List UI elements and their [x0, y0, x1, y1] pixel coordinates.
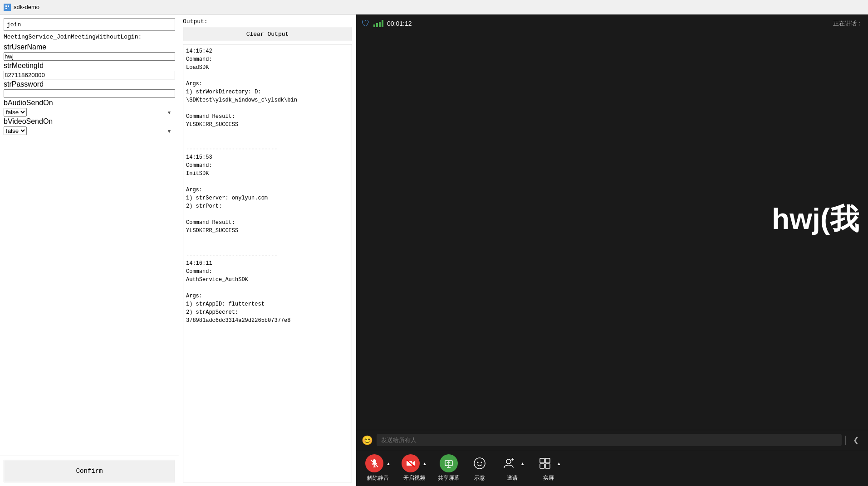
- form-bottom: Confirm: [0, 456, 179, 486]
- invite-expand-icon[interactable]: ▲: [520, 461, 525, 466]
- confirm-button[interactable]: Confirm: [4, 460, 175, 482]
- video-icon: [406, 459, 415, 468]
- more-icon-wrap: [536, 454, 554, 472]
- toolbar-top-row-invite: ▲: [500, 454, 525, 472]
- main-layout: MeetingService_JoinMeetingWithoutLogin: …: [0, 15, 868, 486]
- unmute-icon-bg: [365, 454, 383, 472]
- app-title: sdk-demo: [14, 4, 39, 10]
- invite-icon: [502, 457, 515, 470]
- output-text[interactable]: 14:15:42 Command: LoadSDK Args: 1) strWo…: [183, 44, 352, 482]
- svg-point-17: [506, 459, 511, 464]
- toolbar-item-reaction[interactable]: 示意: [471, 454, 489, 482]
- toolbar-item-invite[interactable]: ▲ 邀请: [500, 454, 525, 482]
- form-fields: MeetingService_JoinMeetingWithoutLogin: …: [0, 15, 179, 456]
- more-icon: [539, 457, 551, 470]
- clear-output-button[interactable]: Clear Output: [183, 27, 352, 41]
- video-label: 开启视频: [403, 474, 425, 482]
- title-bar: sdk-demo: [0, 0, 868, 15]
- invite-label: 邀请: [507, 474, 518, 482]
- meeting-content: hwj(我: [356, 33, 868, 430]
- toolbar-top-row-video: ▲: [402, 454, 427, 472]
- mute-icon: [370, 459, 379, 468]
- left-panel: MeetingService_JoinMeetingWithoutLogin: …: [0, 15, 356, 486]
- toolbar-item-unmute[interactable]: ▲ 解除静音: [365, 454, 391, 482]
- toolbar-top-row-unmute: ▲: [365, 454, 391, 472]
- input-username[interactable]: [4, 52, 175, 61]
- svg-rect-21: [545, 458, 550, 463]
- svg-point-16: [481, 462, 482, 463]
- output-column: Output: Clear Output 14:15:42 Command: L…: [179, 15, 356, 486]
- toolbar-item-more[interactable]: ▲ 实屏: [536, 454, 561, 482]
- reaction-label: 示意: [474, 474, 485, 482]
- svg-rect-3: [5, 8, 7, 9]
- input-meetingid[interactable]: [4, 71, 175, 79]
- video-icon-bg: [402, 454, 420, 472]
- select-wrapper-video: false true ▼: [4, 126, 175, 135]
- input-divider: [845, 436, 846, 445]
- reaction-icon: [473, 457, 486, 470]
- svg-rect-1: [5, 5, 7, 7]
- form-column: MeetingService_JoinMeetingWithoutLogin: …: [0, 15, 179, 486]
- reaction-icon-wrap: [471, 454, 489, 472]
- unmute-expand-icon[interactable]: ▲: [386, 461, 391, 466]
- meeting-top-left: 🛡 00:01:12: [362, 19, 412, 29]
- participant-name: hwj(我: [772, 199, 859, 239]
- svg-point-15: [477, 462, 478, 463]
- toolbar-top-row-reaction: [471, 454, 489, 472]
- meeting-speaking-label: 正在讲话：: [833, 19, 863, 28]
- meeting-top-bar: 🛡 00:01:12 正在讲话：: [356, 15, 868, 33]
- more-expand-icon[interactable]: ▲: [557, 461, 561, 466]
- select-video[interactable]: false true: [4, 126, 27, 135]
- svg-rect-2: [8, 5, 9, 7]
- command-input[interactable]: [4, 18, 175, 31]
- app-icon: [4, 4, 11, 11]
- select-wrapper-audio: false true ▼: [4, 108, 175, 117]
- emoji-button[interactable]: 😊: [362, 435, 373, 446]
- chat-input[interactable]: [377, 434, 842, 446]
- share-label: 共享屏幕: [438, 474, 460, 482]
- svg-rect-22: [540, 464, 544, 468]
- invite-icon-wrap: [500, 454, 518, 472]
- meeting-panel: 🛡 00:01:12 正在讲话： hwj(我 😊 ❮: [356, 15, 868, 486]
- field-label-meetingid: strMeetingId: [4, 62, 175, 70]
- svg-point-14: [474, 458, 485, 469]
- toolbar-top-row-share: [440, 454, 458, 472]
- chat-area: 😊 ❮: [356, 430, 868, 450]
- unmute-label: 解除静音: [367, 474, 389, 482]
- input-password[interactable]: [4, 89, 175, 98]
- meeting-toolbar: ▲ 解除静音 ▲ 开启视频: [356, 450, 868, 486]
- share-icon: [444, 459, 453, 468]
- field-label-password: strPassword: [4, 80, 175, 88]
- signal-bars: [373, 20, 383, 27]
- field-label-audio: bAudioSendOn: [4, 99, 175, 107]
- shield-icon: 🛡: [362, 19, 370, 29]
- toolbar-item-share[interactable]: 共享屏幕: [438, 454, 460, 482]
- more-label: 实屏: [543, 474, 554, 482]
- svg-rect-0: [5, 5, 10, 10]
- toolbar-item-video[interactable]: ▲ 开启视频: [402, 454, 427, 482]
- service-label: MeetingService_JoinMeetingWithoutLogin:: [4, 34, 175, 40]
- select-audio[interactable]: false true: [4, 108, 27, 117]
- field-label-video: bVideoSendOn: [4, 117, 175, 126]
- video-expand-icon[interactable]: ▲: [422, 461, 427, 466]
- svg-rect-20: [540, 458, 544, 463]
- meeting-timer: 00:01:12: [387, 20, 412, 27]
- svg-rect-23: [545, 464, 550, 468]
- field-label-username: strUserName: [4, 43, 175, 51]
- form-area: MeetingService_JoinMeetingWithoutLogin: …: [0, 15, 356, 486]
- send-button[interactable]: ❮: [849, 434, 863, 446]
- toolbar-top-row-more: ▲: [536, 454, 561, 472]
- share-icon-bg: [440, 454, 458, 472]
- output-label: Output:: [183, 18, 352, 25]
